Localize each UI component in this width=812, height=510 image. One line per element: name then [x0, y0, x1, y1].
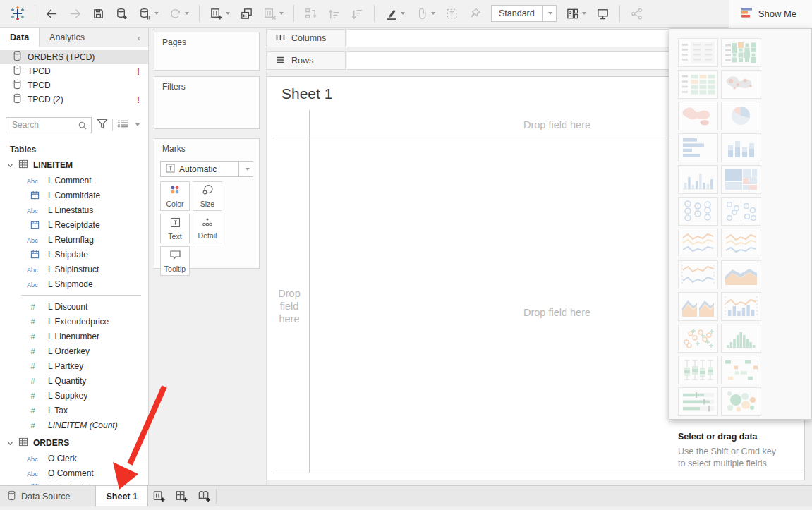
field-name: L Returnflag	[48, 235, 94, 245]
clear-sheet-button[interactable]	[260, 4, 287, 23]
drop-zone-rows[interactable]: Drop field here	[275, 287, 303, 325]
show-me-button[interactable]: Show Me	[729, 0, 812, 28]
filters-shelf[interactable]: Filters	[154, 76, 260, 129]
mark-type-dropdown[interactable]: Automatic	[160, 161, 253, 177]
text-button[interactable]: Text	[160, 214, 190, 243]
field-item[interactable]: Abc L Comment	[0, 173, 148, 188]
showme-chart-text-table[interactable]	[678, 38, 718, 67]
showme-chart-dual-combination[interactable]	[721, 292, 761, 321]
field-item[interactable]: Abc L Returnflag	[0, 232, 148, 247]
field-item[interactable]: # L Orderkey	[0, 344, 148, 358]
showme-chart-colored-highlight-table[interactable]	[678, 70, 718, 99]
new-worksheet-button[interactable]	[206, 4, 234, 23]
showme-chart-horizontal-bars[interactable]	[678, 133, 718, 162]
showme-chart-continuous-area[interactable]	[721, 260, 761, 289]
new-dashboard-tab-button[interactable]	[171, 486, 193, 506]
chevron-down-icon[interactable]	[7, 159, 13, 171]
tab-sheet-1[interactable]: Sheet 1	[95, 486, 147, 506]
group-members-button[interactable]	[411, 4, 439, 23]
pause-updates-button[interactable]	[135, 4, 162, 23]
field-item[interactable]: Abc L Shipmode	[0, 277, 148, 291]
showme-chart-side-by-side-circles[interactable]	[721, 197, 761, 226]
fix-axes-button[interactable]	[465, 4, 485, 23]
datasource-item[interactable]: TPCD!	[0, 64, 148, 78]
tooltip-bubble-icon	[169, 250, 181, 263]
field-item[interactable]: # L Suppkey	[0, 388, 148, 403]
fit-select[interactable]: Standard	[491, 5, 557, 22]
datasource-item[interactable]: ORDERS (TPCD)	[0, 50, 148, 64]
showme-chart-discrete-area[interactable]	[678, 292, 718, 321]
field-item[interactable]: L Commitdate	[0, 188, 148, 202]
field-item[interactable]: # L Linenumber	[0, 329, 148, 344]
field-item[interactable]: # L Extendedprice	[0, 314, 148, 329]
showme-chart-filled-map[interactable]	[678, 102, 718, 130]
duplicate-sheet-button[interactable]	[236, 4, 257, 23]
fit-caret-icon[interactable]	[542, 6, 556, 21]
swap-axes-button[interactable]	[301, 4, 321, 23]
view-options-caret-icon[interactable]	[135, 123, 140, 126]
field-item[interactable]: O Orderdate	[0, 480, 148, 485]
showme-chart-box-and-whisker[interactable]	[678, 356, 718, 384]
search-input[interactable]: Search	[6, 117, 92, 133]
field-item[interactable]: Abc L Linestatus	[0, 202, 148, 217]
showme-chart-continuous-lines[interactable]	[678, 229, 718, 257]
showme-chart-treemap[interactable]	[721, 165, 761, 194]
presentation-mode-button[interactable]	[593, 4, 613, 23]
tab-analytics[interactable]: Analytics	[40, 28, 95, 47]
showme-chart-gantt[interactable]	[721, 356, 761, 384]
showme-chart-histogram[interactable]	[721, 324, 761, 353]
new-datasource-button[interactable]	[111, 4, 132, 23]
tab-data[interactable]: Data	[0, 28, 40, 47]
show-hide-cards-button[interactable]	[562, 4, 590, 23]
showme-chart-pie-chart[interactable]	[721, 102, 761, 130]
new-story-tab-button[interactable]	[193, 486, 216, 506]
mark-type-caret[interactable]	[238, 162, 253, 176]
showme-chart-bullet-graph[interactable]	[678, 387, 718, 416]
showme-chart-symbol-map[interactable]	[721, 70, 761, 99]
showme-chart-scatter-plot[interactable]	[678, 324, 718, 353]
divider	[216, 489, 217, 504]
sort-descending-button[interactable]	[347, 4, 368, 23]
showme-chart-side-by-side-bars[interactable]	[678, 165, 718, 194]
field-item[interactable]: Abc L Shipinstruct	[0, 262, 148, 277]
field-item[interactable]: Abc O Comment	[0, 466, 148, 480]
view-options-icon[interactable]	[117, 119, 128, 131]
datasource-item[interactable]: TPCD (2)!	[0, 92, 148, 107]
showme-chart-highlight-table[interactable]	[721, 38, 761, 67]
field-item[interactable]: # L Partkey	[0, 358, 148, 373]
tab-data-source[interactable]: Data Source	[0, 486, 80, 506]
datasource-item[interactable]: TPCD	[0, 78, 148, 92]
undo-button[interactable]	[42, 4, 62, 23]
showme-chart-discrete-lines[interactable]	[721, 229, 761, 257]
redo-button[interactable]	[65, 4, 85, 23]
showme-chart-packed-bubbles[interactable]	[721, 387, 761, 416]
refresh-button[interactable]	[165, 4, 193, 23]
field-item[interactable]: # L Tax	[0, 403, 148, 418]
save-button[interactable]	[88, 4, 109, 23]
field-item[interactable]: Abc O Clerk	[0, 451, 148, 466]
showme-chart-stacked-bars[interactable]	[721, 133, 761, 162]
field-item[interactable]: L Receiptdate	[0, 217, 148, 232]
share-button[interactable]	[626, 4, 647, 23]
new-worksheet-tab-button[interactable]	[148, 486, 171, 506]
showme-chart-dual-lines[interactable]	[678, 260, 718, 289]
field-item[interactable]: L Shipdate	[0, 247, 148, 262]
table-group-header[interactable]: LINEITEM	[0, 157, 148, 173]
table-group-header[interactable]: ORDERS	[0, 435, 148, 451]
field-name: LINEITEM (Count)	[48, 420, 118, 430]
field-item[interactable]: # L Discount	[0, 299, 148, 314]
detail-button[interactable]: Detail	[193, 214, 222, 243]
tooltip-button[interactable]: Tooltip	[160, 246, 190, 276]
collapse-pane-button[interactable]: ‹	[130, 28, 148, 47]
sort-ascending-button[interactable]	[324, 4, 344, 23]
filter-fields-icon[interactable]	[97, 119, 108, 132]
field-item[interactable]: # LINEITEM (Count)	[0, 418, 148, 432]
field-item[interactable]: # L Quantity	[0, 373, 148, 388]
pages-shelf[interactable]: Pages	[154, 32, 260, 71]
showme-chart-circle-views[interactable]	[678, 197, 718, 226]
chevron-down-icon[interactable]	[7, 437, 13, 449]
highlight-button[interactable]	[381, 4, 408, 23]
size-button[interactable]: Size	[193, 181, 222, 211]
color-button[interactable]: Color	[160, 181, 190, 211]
show-mark-labels-button[interactable]	[442, 4, 462, 23]
